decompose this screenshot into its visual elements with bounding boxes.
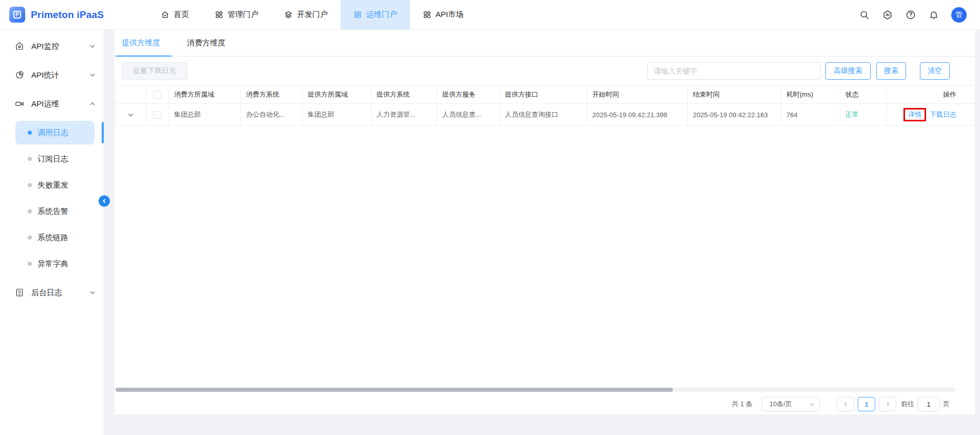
portal-nav: 首页 管理门户 开发门户 运维门户 API市场 — [148, 0, 476, 29]
sidebar-item-subscription-logs[interactable]: 订阅日志 — [15, 147, 95, 171]
total-count-text: 共 1 条 — [732, 400, 752, 409]
row-select-cell — [146, 104, 169, 126]
sidebar-item-api-monitor[interactable]: API监控 — [0, 32, 104, 61]
monitor-camera-icon — [15, 42, 24, 51]
nav-item-label: 首页 — [174, 10, 189, 20]
search-button[interactable]: 搜索 — [876, 62, 906, 80]
toolbar-search-group: 高级搜索 搜索 清空 — [647, 62, 950, 80]
horizontal-scrollbar-thumb[interactable] — [116, 388, 673, 392]
call-log-table: 消费方所属域 消费方系统 提供方所属域 提供方系统 提供方服务 提供方接口 开始… — [115, 85, 975, 126]
row-checkbox[interactable] — [154, 111, 161, 119]
sidebar-item-system-links[interactable]: 系统链路 — [15, 226, 95, 249]
log-file-icon — [15, 288, 24, 297]
pie-chart-icon — [15, 70, 24, 80]
pager: 1 — [837, 397, 896, 411]
column-header-provider-service: 提供方服务 — [437, 86, 500, 104]
tab-consumer-dimension[interactable]: 消费方维度 — [181, 30, 237, 56]
cell-consumer-domain: 集团总部 — [169, 104, 241, 126]
brand: P Primeton iPaaS — [0, 7, 127, 23]
sidebar-item-system-alerts[interactable]: 系统告警 — [15, 200, 95, 223]
advanced-search-button[interactable]: 高级搜索 — [825, 62, 871, 80]
ai-icon-text: AI — [885, 12, 890, 17]
row-expand-cell — [115, 104, 146, 126]
chevron-down-icon — [89, 289, 96, 296]
column-header-consumer-system: 消费方系统 — [241, 86, 303, 104]
tab-label: 消费方维度 — [187, 38, 225, 48]
ai-assistant-icon[interactable]: AI — [882, 9, 893, 21]
nav-item-dev-portal[interactable]: 开发门户 — [271, 0, 341, 29]
chevron-left-icon — [102, 198, 107, 204]
nav-item-api-market[interactable]: API市场 — [410, 0, 476, 29]
cell-duration: 764 — [781, 104, 840, 126]
column-header-duration: 耗时(ms) — [781, 86, 840, 104]
table-row: 集团总部 办公自动化... 集团总部 人力资源管... 人员信息查... 人员信… — [115, 104, 975, 126]
sidebar-subitem-label: 订阅日志 — [37, 154, 68, 164]
sidebar-subitem-label: 系统告警 — [37, 207, 68, 216]
page-size-select[interactable]: 10条/页 — [762, 397, 820, 411]
bullet-dot-icon — [28, 183, 32, 187]
sidebar-item-api-stats[interactable]: API统计 — [0, 61, 104, 89]
column-header-provider-domain: 提供方所属域 — [303, 86, 371, 104]
sidebar-collapse-toggle[interactable] — [99, 195, 110, 207]
batch-download-button[interactable]: 批量下载日志 — [122, 62, 187, 80]
search-icon[interactable] — [859, 9, 870, 21]
bullet-dot-icon — [28, 262, 32, 266]
content-card: 提供方维度 消费方维度 批量下载日志 高级搜索 搜索 清空 消费方所属域 消费方… — [115, 30, 975, 414]
sidebar-item-failure-resend[interactable]: 失败重发 — [15, 173, 95, 197]
page-number-button[interactable]: 1 — [858, 397, 875, 411]
sidebar-item-exception-dictionary[interactable]: 异常字典 — [15, 252, 95, 276]
goto-prefix: 前往 — [901, 400, 914, 409]
sidebar-item-call-logs[interactable]: 调用日志 — [15, 121, 95, 144]
next-page-button[interactable] — [879, 397, 896, 411]
layers-icon — [284, 10, 293, 19]
chevron-up-icon — [89, 101, 96, 107]
brand-logo-icon: P — [9, 7, 25, 23]
help-icon[interactable]: ? — [905, 9, 916, 21]
detail-link[interactable]: 详情 — [908, 111, 921, 118]
sidebar-item-api-ops[interactable]: API运维 — [0, 89, 104, 118]
chevron-down-icon — [89, 72, 96, 78]
chevron-down-icon[interactable] — [127, 112, 134, 118]
chevron-left-icon — [843, 402, 849, 407]
sidebar-item-backend-logs[interactable]: 后台日志 — [0, 278, 104, 307]
bell-icon[interactable] — [928, 9, 939, 21]
home-icon — [161, 10, 169, 19]
sidebar-subitem-label: 异常字典 — [37, 259, 68, 269]
cell-actions: 详情下载日志 — [887, 104, 975, 126]
select-all-checkbox[interactable] — [154, 91, 161, 99]
keyword-search-input[interactable] — [647, 62, 821, 80]
goto-page-input[interactable] — [917, 397, 940, 411]
sidebar: API监控 API统计 API运维 调用日志 订阅日志 失败重发 系统告警 系统… — [0, 30, 104, 435]
chevron-down-icon — [89, 43, 96, 49]
cell-provider-system: 人力资源管... — [371, 104, 437, 126]
nav-item-admin-portal[interactable]: 管理门户 — [202, 0, 271, 29]
nav-item-home[interactable]: 首页 — [148, 0, 202, 29]
brand-name: Primeton iPaaS — [31, 9, 104, 21]
chevron-right-icon — [885, 402, 891, 407]
nav-item-ops-portal[interactable]: 运维门户 — [341, 0, 410, 29]
select-all-column-header — [146, 86, 169, 104]
horizontal-scrollbar-track — [116, 388, 955, 392]
help-icon-text: ? — [909, 11, 913, 17]
tab-label: 提供方维度 — [122, 38, 160, 48]
sidebar-item-label: 后台日志 — [31, 288, 62, 298]
sidebar-subitem-label: 系统链路 — [37, 233, 68, 243]
prev-page-button[interactable] — [837, 397, 854, 411]
tab-provider-dimension[interactable]: 提供方维度 — [116, 30, 172, 56]
download-log-link[interactable]: 下载日志 — [930, 111, 956, 118]
goto-page-group: 前往 页 — [901, 397, 950, 411]
dimension-tabs: 提供方维度 消费方维度 — [115, 30, 975, 57]
avatar[interactable]: 管 — [951, 7, 967, 23]
sidebar-item-label: API运维 — [31, 99, 59, 109]
nav-item-label: API市场 — [436, 10, 463, 20]
grid-icon — [423, 10, 431, 19]
column-header-end-time: 结束时间 — [688, 86, 781, 104]
toolbar: 批量下载日志 高级搜索 搜索 清空 — [115, 57, 975, 85]
sidebar-subitem-label: 调用日志 — [37, 128, 68, 138]
clear-button[interactable]: 清空 — [920, 62, 950, 80]
bullet-dot-icon — [28, 209, 32, 213]
cell-start-time: 2025-05-19 09:42:21.399 — [587, 104, 688, 126]
column-header-provider-system: 提供方系统 — [371, 86, 437, 104]
goto-suffix: 页 — [943, 400, 950, 409]
sidebar-item-label: API监控 — [31, 42, 59, 51]
